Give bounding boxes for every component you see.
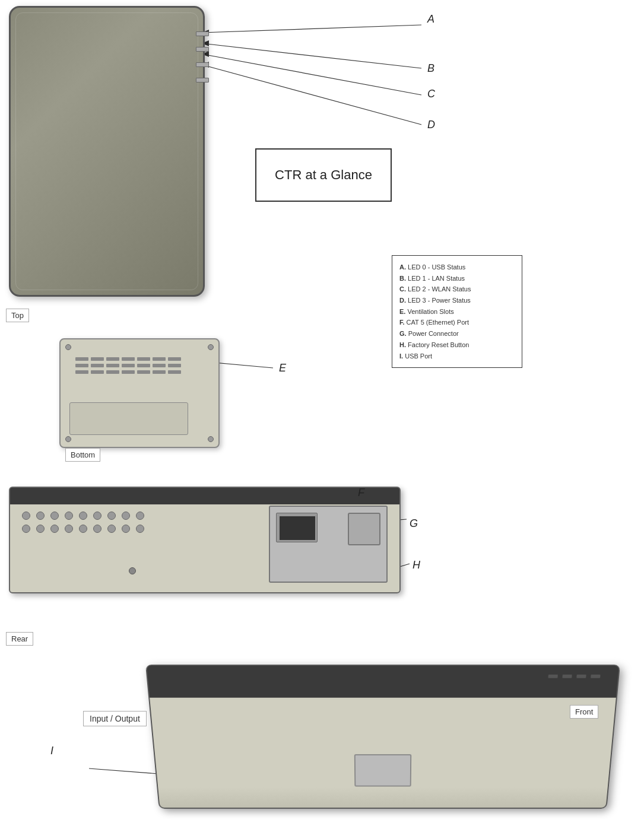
led-b [196, 47, 209, 52]
front-top-strip [147, 666, 619, 698]
ctr-glance-title: CTR at a Glance [275, 167, 372, 183]
legend-item-a: A. LED 0 - USB Status [399, 262, 515, 273]
led-indicators [196, 31, 209, 82]
legend-item-h: H. Factory Reset Button [399, 339, 515, 351]
screw-tl [65, 344, 71, 350]
top-device-body [9, 6, 205, 297]
vent-row-1 [75, 357, 194, 361]
bottom-view-label: Bottom [65, 448, 100, 462]
io-label-box: Input / Output [83, 711, 147, 726]
vent-row-3 [75, 370, 194, 374]
reset-button [129, 567, 136, 574]
rear-device-body [9, 487, 401, 593]
top-device-view [9, 6, 211, 309]
legend-item-e: E. Ventilation Slots [399, 306, 515, 317]
legend-item-g: G. Power Connector [399, 328, 515, 339]
callout-a: A [427, 13, 434, 26]
callout-g: G [410, 517, 418, 530]
led-d [196, 78, 209, 82]
svg-line-2 [202, 54, 421, 95]
screw-br [208, 436, 214, 442]
callout-d: D [427, 119, 435, 131]
callout-i: I [50, 745, 53, 757]
svg-line-3 [202, 65, 421, 125]
callout-f: F [358, 487, 364, 499]
page-container: Top A B C D CTR at a Glance A. LED 0 - U… [0, 0, 644, 829]
vent-area [75, 357, 194, 405]
front-usb-area [354, 754, 411, 787]
bottom-device-body [59, 338, 220, 448]
rear-device-view [9, 487, 413, 617]
ethernet-port [276, 513, 318, 542]
bottom-device-view [59, 338, 231, 457]
callout-c: C [427, 88, 435, 100]
legend-item-i: I. USB Port [399, 351, 515, 362]
power-connector [348, 513, 380, 545]
led-c [196, 62, 209, 67]
screw-bl [65, 436, 71, 442]
vent-row-2 [75, 364, 194, 367]
front-device-view [145, 665, 632, 829]
port-row-2 [22, 525, 144, 533]
top-view-label: Top [6, 309, 29, 322]
ctr-glance-box: CTR at a Glance [255, 148, 392, 202]
front-device-body [145, 665, 620, 809]
front-view-label: Front [570, 705, 598, 719]
svg-line-0 [202, 25, 421, 33]
front-led-row [548, 675, 601, 678]
rear-ports-area [22, 512, 144, 533]
screw-tr [208, 344, 214, 350]
legend-item-d: D. LED 3 - Power Status [399, 295, 515, 306]
led-a [196, 31, 209, 36]
legend-item-b: B. LED 1 - LAN Status [399, 273, 515, 284]
callout-h: H [413, 559, 420, 571]
legend-item-c: C. LED 2 - WLAN Status [399, 284, 515, 295]
bottom-device-label-area [69, 402, 188, 435]
callout-b: B [427, 62, 434, 75]
legend-item-f: F. CAT 5 (Ethernet) Port [399, 317, 515, 328]
legend-box: A. LED 0 - USB Status B. LED 1 - LAN Sta… [392, 255, 522, 368]
svg-line-1 [202, 43, 421, 68]
port-row-1 [22, 512, 144, 520]
rear-connector-area [269, 506, 388, 583]
rear-top-strip [10, 488, 399, 504]
callout-e: E [279, 362, 286, 374]
rear-view-label: Rear [6, 632, 33, 646]
